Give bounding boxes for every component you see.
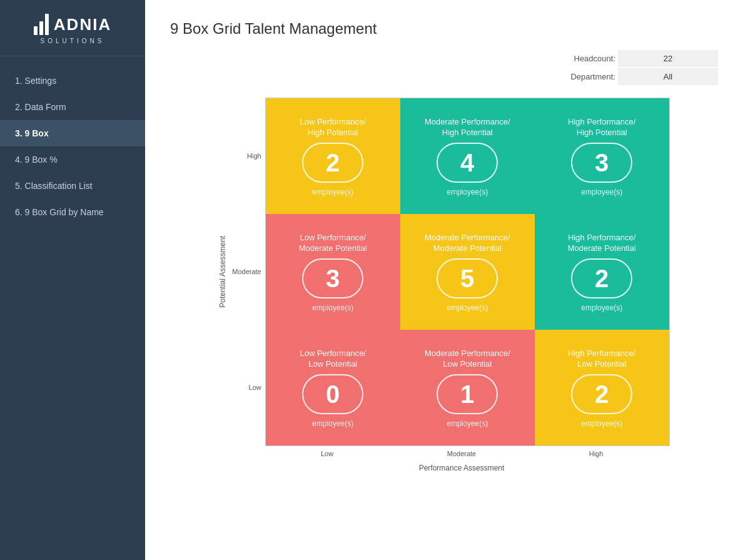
box-count-0: 2: [326, 150, 340, 175]
box-title-6: Low Performance/Low Potential: [300, 349, 366, 370]
box-count-wrapper-0: 2: [302, 143, 363, 183]
box-title-2: High Performance/High Potential: [568, 117, 635, 138]
nav-menu: 1. Settings2. Data Form3. 9 Box4. 9 Box …: [0, 56, 145, 560]
box-count-4: 5: [460, 266, 474, 291]
box-cell-1: Moderate Performance/High Potential4empl…: [400, 98, 535, 214]
sidebar: ADNIA SOLUTIONS 1. Settings2. Data Form3…: [0, 0, 145, 560]
logo-icon: ADNIA: [34, 14, 111, 35]
box-count-1: 4: [460, 150, 474, 175]
box-title-4: Moderate Performance/Moderate Potential: [425, 233, 510, 254]
y-ticks: High Moderate Low: [232, 98, 261, 445]
logo-bar-3: [45, 14, 49, 35]
box-title-0: Low Performance/High Potential: [300, 117, 366, 138]
headcount-value: 22: [618, 50, 718, 67]
y-tick-moderate: Moderate: [232, 213, 261, 329]
nav-item-9-box-name[interactable]: 6. 9 Box Grid by Name: [0, 199, 145, 225]
box-cell-0: Low Performance/High Potential2employee(…: [266, 98, 400, 214]
box-employees-2: employee(s): [581, 188, 622, 196]
box-count-8: 2: [595, 382, 609, 407]
box-employees-6: employee(s): [312, 419, 353, 428]
box-count-6: 0: [326, 382, 340, 407]
box-employees-7: employee(s): [447, 419, 488, 428]
box-employees-0: employee(s): [312, 188, 353, 196]
box-employees-1: employee(s): [447, 188, 488, 196]
nine-box-grid: Low Performance/High Potential2employee(…: [265, 98, 670, 446]
box-count-2: 3: [595, 150, 609, 175]
box-title-1: Moderate Performance/High Potential: [425, 117, 510, 138]
department-label: Department:: [553, 72, 615, 81]
box-title-8: High Performance/Low Potential: [568, 349, 635, 370]
main-content: 9 Box Grid Talent Management Headcount: …: [145, 0, 743, 560]
page-title: 9 Box Grid Talent Management: [170, 20, 718, 38]
logo-sub: SOLUTIONS: [41, 38, 105, 44]
x-tick-high: High: [529, 450, 664, 457]
logo-bar-2: [39, 21, 43, 35]
stats-area: Headcount: 22 Department: All: [170, 50, 718, 86]
box-count-wrapper-1: 4: [437, 143, 498, 183]
department-value: All: [618, 68, 718, 85]
y-tick-low: Low: [232, 329, 261, 445]
box-cell-4: Moderate Performance/Moderate Potential5…: [400, 214, 535, 330]
box-count-wrapper-7: 1: [437, 374, 498, 414]
box-count-7: 1: [460, 382, 474, 407]
box-cell-8: High Performance/Low Potential2employee(…: [535, 330, 669, 445]
headcount-label: Headcount:: [553, 54, 615, 63]
department-row: Department: All: [553, 68, 718, 85]
box-employees-3: employee(s): [312, 303, 353, 312]
box-count-wrapper-8: 2: [571, 374, 632, 414]
box-cell-2: High Performance/High Potential3employee…: [535, 98, 669, 214]
box-cell-5: High Performance/Moderate Potential2empl…: [535, 214, 669, 330]
y-axis-label: Potential Assessment: [218, 236, 227, 308]
nav-item-classification-list[interactable]: 5. Classification List: [0, 173, 145, 199]
nav-item-settings[interactable]: 1. Settings: [0, 68, 145, 94]
box-cell-7: Moderate Performance/Low Potential1emplo…: [400, 330, 535, 445]
box-count-wrapper-3: 3: [302, 258, 363, 298]
box-employees-8: employee(s): [581, 419, 622, 428]
logo-bar-1: [34, 26, 38, 35]
nav-item-9-box-pct[interactable]: 4. 9 Box %: [0, 146, 145, 173]
box-title-7: Moderate Performance/Low Potential: [425, 349, 510, 370]
grid-with-axes: Potential Assessment High Moderate Low L…: [218, 98, 669, 446]
box-count-3: 3: [326, 266, 340, 291]
box-count-wrapper-2: 3: [571, 143, 632, 183]
box-count-wrapper-5: 2: [571, 258, 632, 298]
box-cell-3: Low Performance/Moderate Potential3emplo…: [266, 214, 400, 330]
box-count-5: 2: [595, 266, 609, 291]
x-tick-moderate: Moderate: [395, 450, 529, 457]
x-ticks: Low Moderate High: [260, 450, 664, 457]
logo-area: ADNIA SOLUTIONS: [0, 0, 145, 56]
box-title-3: Low Performance/Moderate Potential: [299, 233, 367, 254]
logo-name: ADNIA: [54, 16, 111, 33]
headcount-row: Headcount: 22: [553, 50, 718, 67]
x-tick-low: Low: [260, 450, 395, 457]
y-ticks-and-grid: High Moderate Low Low Performance/High P…: [232, 98, 669, 446]
box-cell-6: Low Performance/Low Potential0employee(s…: [266, 330, 400, 445]
box-employees-4: employee(s): [447, 303, 488, 312]
logo-bars: [34, 14, 49, 35]
grid-wrapper: Potential Assessment High Moderate Low L…: [170, 98, 718, 545]
x-axis-label: Performance Assessment: [419, 464, 505, 472]
box-title-5: High Performance/Moderate Potential: [568, 233, 636, 254]
box-count-wrapper-4: 5: [437, 258, 498, 298]
nav-item-data-form[interactable]: 2. Data Form: [0, 94, 145, 120]
box-employees-5: employee(s): [581, 303, 622, 312]
box-count-wrapper-6: 0: [302, 374, 363, 414]
nav-item-9-box[interactable]: 3. 9 Box: [0, 120, 145, 146]
y-tick-high: High: [232, 98, 261, 213]
